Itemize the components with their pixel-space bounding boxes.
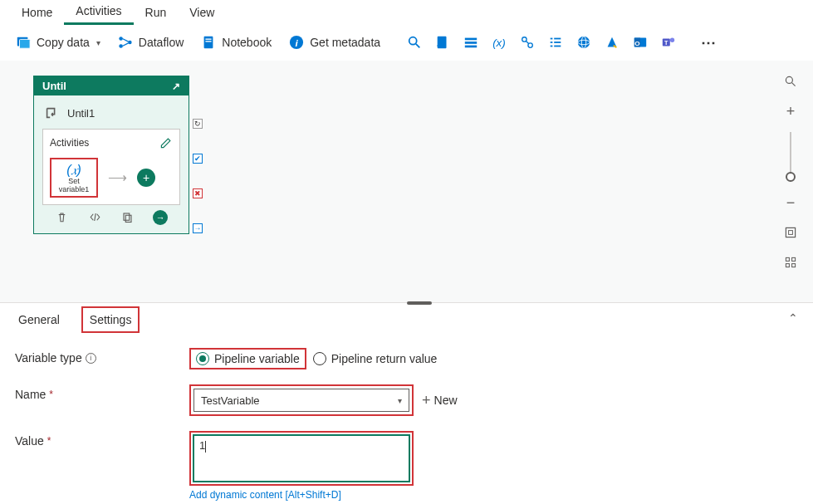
menu-activities[interactable]: Activities: [64, 0, 133, 25]
script-icon-button[interactable]: [430, 32, 455, 53]
new-label: New: [434, 394, 458, 407]
pipeline-canvas[interactable]: Until ↗ Until1 Activities (𝑥): [0, 60, 813, 302]
value-textarea[interactable]: 1: [193, 435, 409, 482]
notebook-icon: [200, 34, 217, 51]
web-icon-button[interactable]: [571, 32, 596, 53]
name-label: Name: [15, 388, 46, 401]
dataflow-button[interactable]: Dataflow: [110, 31, 190, 54]
toolbar: Copy data ▾ Dataflow Notebook i Get meta…: [0, 25, 813, 60]
loop-icon: [44, 105, 59, 120]
svg-point-31: [670, 38, 674, 42]
variable-icon: (𝑥): [55, 163, 93, 178]
svg-rect-22: [551, 46, 553, 47]
svg-point-24: [578, 37, 590, 48]
zoom-slider[interactable]: [790, 132, 791, 182]
svg-rect-21: [554, 42, 561, 43]
info-icon: i: [288, 34, 305, 51]
code-icon[interactable]: [87, 210, 102, 225]
handle-failure[interactable]: ✖: [193, 188, 203, 198]
required-indicator: *: [47, 435, 51, 447]
svg-rect-7: [206, 41, 212, 42]
teams-icon-button[interactable]: T: [656, 32, 681, 53]
get-metadata-button[interactable]: i Get metadata: [282, 31, 387, 54]
handle-retry[interactable]: ↻: [193, 119, 203, 129]
svg-rect-19: [554, 38, 561, 40]
azure-icon-button[interactable]: [600, 32, 624, 53]
radio-pipeline-return[interactable]: Pipeline return value: [313, 352, 438, 365]
until-activity-card[interactable]: Until ↗ Until1 Activities (𝑥): [33, 76, 189, 234]
arrow-icon: ⟶: [108, 169, 127, 185]
panel-tabs: General Settings ⌃: [0, 303, 813, 336]
outlook-icon-button[interactable]: O: [628, 32, 653, 53]
chevron-down-icon: ▾: [398, 396, 402, 405]
dataflow-label: Dataflow: [139, 36, 184, 49]
chevron-down-icon: ▾: [96, 38, 100, 47]
search-icon-button[interactable]: [402, 32, 427, 53]
zoom-slider-thumb[interactable]: [786, 172, 796, 182]
svg-rect-38: [786, 257, 789, 261]
copy-icon[interactable]: [120, 210, 135, 225]
collapse-panel-icon[interactable]: ⌃: [788, 311, 798, 325]
notebook-button[interactable]: Notebook: [193, 31, 278, 54]
indent-icon-button[interactable]: [543, 32, 568, 53]
until-card-header: Until ↗: [34, 76, 189, 95]
value-text: 1: [199, 439, 205, 452]
radio-pipeline-variable[interactable]: Pipeline variable: [189, 348, 306, 369]
menu-home[interactable]: Home: [10, 1, 64, 24]
menu-run[interactable]: Run: [134, 1, 179, 24]
handle-skip[interactable]: →: [193, 223, 203, 233]
name-select[interactable]: TestVariable ▾: [193, 389, 409, 412]
plus-icon: +: [422, 392, 431, 409]
svg-point-4: [128, 41, 132, 45]
edit-icon[interactable]: [159, 136, 173, 149]
svg-rect-40: [786, 264, 789, 267]
zoom-in-button[interactable]: +: [778, 99, 803, 124]
zoom-out-button[interactable]: −: [778, 190, 803, 215]
card-footer: →: [42, 205, 180, 228]
variable-icon-button[interactable]: (x): [487, 32, 512, 53]
svg-rect-13: [465, 42, 477, 44]
copy-data-label: Copy data: [37, 36, 90, 49]
delete-icon[interactable]: [55, 210, 70, 225]
connection-handles: ↻ ✔ ✖ →: [193, 119, 203, 233]
layout-button[interactable]: [778, 250, 803, 275]
get-metadata-label: Get metadata: [310, 36, 380, 49]
until-title-row: Until1: [42, 100, 180, 129]
required-indicator: *: [49, 389, 53, 400]
new-variable-button[interactable]: + New: [422, 392, 458, 409]
svg-rect-41: [792, 264, 796, 267]
radio-icon-selected: [196, 352, 209, 365]
expand-icon[interactable]: ↗: [172, 81, 180, 92]
list-icon-button[interactable]: [458, 32, 483, 53]
dataflow-icon: [117, 34, 134, 51]
copy-data-button[interactable]: Copy data ▾: [8, 31, 107, 54]
lookup-icon-button[interactable]: [515, 32, 540, 53]
canvas-search-button[interactable]: [778, 69, 803, 94]
canvas-controls: + −: [778, 69, 803, 275]
svg-rect-1: [20, 39, 31, 48]
svg-point-3: [119, 44, 123, 48]
menu-view[interactable]: View: [178, 1, 226, 24]
add-activity-button[interactable]: +: [137, 169, 155, 187]
info-icon[interactable]: i: [86, 353, 96, 364]
until-activity-name: Until1: [67, 107, 95, 120]
name-row: Name * TestVariable ▾ + New: [15, 384, 798, 416]
more-button[interactable]: ⋯: [696, 30, 722, 55]
fit-screen-button[interactable]: [778, 220, 803, 245]
svg-rect-39: [792, 257, 796, 261]
add-dynamic-content-link[interactable]: Add dynamic content [Alt+Shift+D]: [189, 489, 414, 501]
radio-pipeline-variable-label: Pipeline variable: [214, 352, 300, 365]
variable-type-row: Variable type i Pipeline variable Pipeli…: [15, 348, 798, 369]
activity-name-line2: variable1: [55, 186, 93, 194]
activities-container: Activities (𝑥) Set variable1 ⟶ +: [42, 129, 180, 205]
go-icon[interactable]: →: [153, 210, 168, 225]
svg-rect-37: [789, 231, 793, 235]
svg-rect-12: [465, 38, 477, 41]
tab-settings[interactable]: Settings: [81, 306, 140, 333]
copy-data-icon: [15, 34, 32, 51]
tab-general[interactable]: General: [15, 306, 63, 333]
set-variable-activity[interactable]: (𝑥) Set variable1: [50, 158, 98, 198]
handle-success[interactable]: ✔: [193, 154, 203, 164]
name-select-value: TestVariable: [201, 394, 260, 407]
variable-type-label: Variable type: [15, 351, 82, 365]
